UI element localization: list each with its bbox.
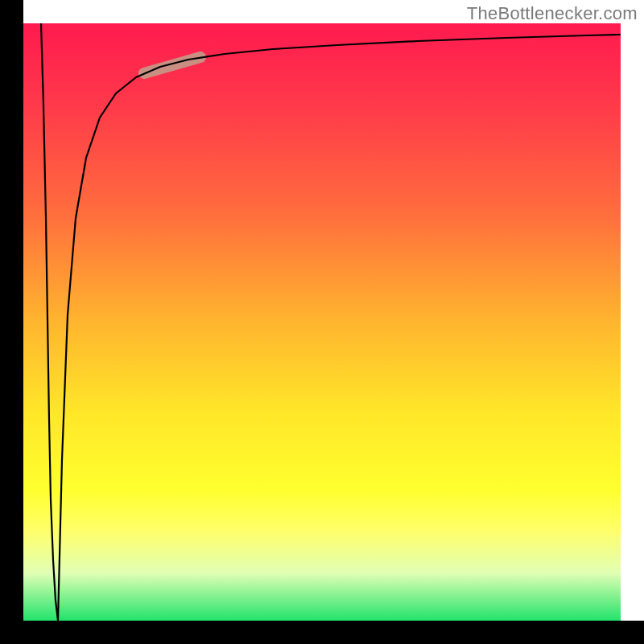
plot-area bbox=[23, 23, 621, 621]
x-axis-band bbox=[0, 621, 644, 644]
chart-container: TheBottlenecker.com bbox=[0, 0, 644, 644]
y-axis-band bbox=[0, 0, 23, 644]
watermark-text: TheBottlenecker.com bbox=[467, 3, 638, 24]
